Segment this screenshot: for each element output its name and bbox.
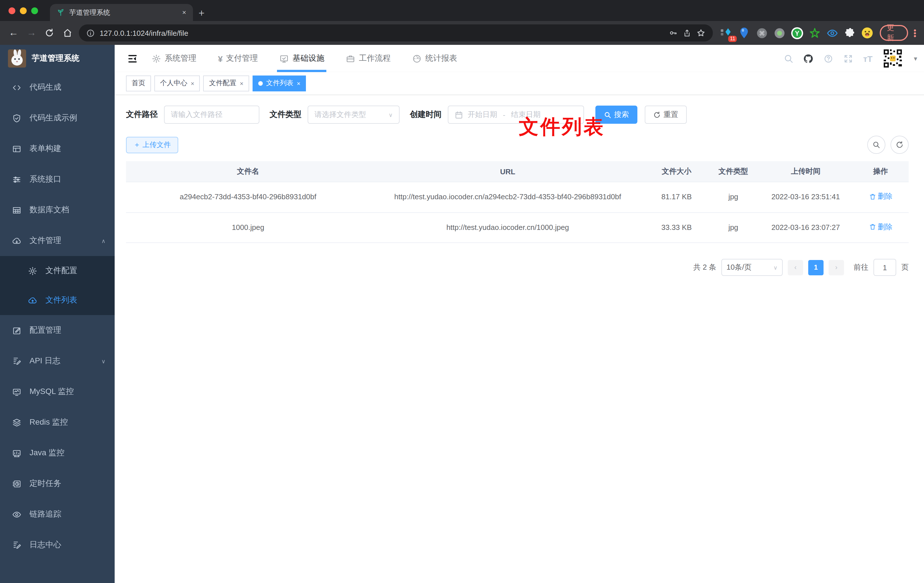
top-menu-3[interactable]: 工作流程 — [346, 45, 391, 72]
chevron-down-icon: ∨ — [388, 112, 393, 118]
font-size-icon[interactable]: ᴛT — [863, 54, 873, 63]
filter-form: 文件路径 请输入文件路径 文件类型 请选择文件类型 ∨ 创建时间 — [126, 106, 909, 124]
qr-avatar[interactable] — [883, 48, 903, 69]
home-icon[interactable] — [58, 24, 76, 42]
browser-menu-icon[interactable]: ••• — [911, 29, 919, 37]
sidebar-item-1[interactable]: 代码生成示例 — [0, 103, 115, 134]
table-header-row: 文件名URL文件大小文件类型上传时间操作 — [126, 161, 909, 182]
page-number-1[interactable]: 1 — [808, 260, 823, 275]
avatar-caret-icon[interactable]: ▼ — [912, 55, 918, 61]
info-icon[interactable] — [86, 29, 94, 37]
top-menu-1[interactable]: ¥支付管理 — [218, 45, 258, 72]
update-button[interactable]: 更新 — [880, 25, 908, 41]
sidebar-item-2[interactable]: 表单构建 — [0, 134, 115, 164]
dot-ext-icon[interactable] — [773, 26, 786, 40]
y-ext-icon[interactable]: Y — [790, 26, 804, 40]
sidebar-item-label: 系统接口 — [30, 174, 61, 185]
prev-page-button[interactable]: ‹ — [788, 260, 803, 275]
column-header-5: 操作 — [853, 161, 909, 182]
app-title: 芋道管理系统 — [32, 53, 79, 64]
close-window-button[interactable] — [8, 7, 15, 14]
gear-icon — [152, 54, 161, 63]
sidebar-item-15[interactable]: 日志中心 — [0, 530, 115, 560]
eye-ext-icon[interactable] — [825, 26, 839, 40]
star-ext-icon[interactable] — [808, 26, 822, 40]
key-icon[interactable] — [669, 28, 678, 38]
address-bar[interactable]: 127.0.0.1:1024/infra/file/file — [79, 25, 713, 41]
delete-button[interactable]: 删除 — [869, 221, 893, 233]
monitor-chart-icon — [12, 387, 21, 396]
minimize-window-button[interactable] — [20, 7, 27, 14]
sidebar-item-8[interactable]: 配置管理 — [0, 315, 115, 346]
close-tab-icon[interactable]: × — [182, 8, 186, 17]
close-tag-icon[interactable]: × — [191, 80, 195, 87]
url-text[interactable]: 127.0.0.1:1024/infra/file/file — [100, 29, 664, 37]
page-size-select[interactable]: 10条/页 ∨ — [721, 259, 783, 276]
reset-button[interactable]: 重置 — [645, 106, 687, 124]
back-icon[interactable]: ← — [5, 24, 22, 42]
app-logo-row[interactable]: 芋道管理系统 — [0, 45, 115, 72]
tag-1[interactable]: 个人中心× — [154, 75, 200, 91]
reload-icon[interactable] — [41, 24, 58, 42]
tag-2[interactable]: 文件配置× — [203, 75, 249, 91]
search-toggle-button[interactable] — [867, 135, 885, 154]
question-icon[interactable] — [823, 54, 833, 63]
top-menu-2[interactable]: 基础设施 — [279, 45, 324, 72]
table-icon — [12, 205, 21, 215]
sidebar-item-14[interactable]: 链路追踪 — [0, 499, 115, 530]
file-type-select[interactable]: 请选择文件类型 ∨ — [308, 106, 399, 124]
date-range-picker[interactable]: 开始日期 - 结束日期 — [448, 106, 584, 124]
sidebar-item-9[interactable]: API 日志∨ — [0, 346, 115, 377]
sidebar-item-0[interactable]: 代码生成 — [0, 72, 115, 103]
top-menu-4[interactable]: 统计报表 — [412, 45, 457, 72]
share-icon[interactable] — [683, 29, 691, 37]
upload-file-button[interactable]: ＋ 上传文件 — [126, 137, 178, 153]
active-dot — [258, 81, 263, 86]
file-path-input[interactable]: 请输入文件路径 — [164, 106, 259, 124]
cmd-ext-icon[interactable]: ⌘ — [755, 26, 769, 40]
sidebar-item-5[interactable]: 文件管理∧ — [0, 225, 115, 256]
github-icon[interactable] — [803, 53, 813, 64]
top-menu-0[interactable]: 系统管理 — [152, 45, 196, 72]
sidebar-item-7[interactable]: 文件列表 — [0, 286, 115, 315]
extension-badge: 11 — [728, 36, 737, 42]
close-tag-icon[interactable]: × — [297, 80, 300, 87]
forward-icon[interactable]: → — [22, 24, 40, 42]
menu-fold-icon[interactable] — [127, 53, 138, 64]
search-icon[interactable] — [783, 54, 794, 63]
table-row-1: 1000.jpeghttp://test.yudao.iocoder.cn/10… — [126, 212, 909, 243]
search-button[interactable]: 搜索 — [596, 106, 637, 124]
sidebar-item-label: 数据库文档 — [30, 205, 69, 215]
star-icon[interactable] — [697, 28, 706, 38]
emoji-ext-icon[interactable] — [861, 26, 874, 40]
calendar-icon — [455, 111, 463, 119]
new-tab-button[interactable]: ＋ — [193, 4, 210, 21]
delete-button[interactable]: 删除 — [869, 190, 893, 203]
diamond-ext-icon[interactable]: 11 — [720, 26, 734, 40]
next-page-button[interactable]: › — [829, 260, 844, 275]
zoom-window-button[interactable] — [31, 7, 38, 14]
tag-0[interactable]: 首页 — [126, 75, 151, 91]
sidebar-item-6[interactable]: 文件配置 — [0, 256, 115, 286]
code-icon — [12, 83, 21, 92]
close-tag-icon[interactable]: × — [240, 80, 244, 87]
sidebar: 芋道管理系统 代码生成代码生成示例表单构建系统接口数据库文档文件管理∧文件配置文… — [0, 45, 115, 583]
sidebar-item-4[interactable]: 数据库文档 — [0, 195, 115, 225]
file-type-label: 文件类型 — [270, 109, 301, 120]
browser-tab[interactable]: 芋道管理系统 × — [50, 4, 193, 21]
screen: 芋道管理系统 × ＋ ← → 127.0.0.1:1024/infra/file… — [0, 0, 924, 583]
sidebar-item-11[interactable]: Redis 监控 — [0, 407, 115, 438]
balloon-ext-icon[interactable] — [738, 26, 751, 40]
doc-edit-icon — [12, 540, 21, 550]
sidebar-item-12[interactable]: Java 监控 — [0, 438, 115, 468]
fullscreen-icon[interactable] — [843, 54, 853, 63]
puzzle-ext-icon[interactable] — [843, 26, 857, 40]
tag-3[interactable]: 文件列表× — [252, 75, 306, 91]
main-area: 系统管理¥支付管理基础设施工作流程统计报表 ᴛT▼ 首页个人中心×文件配置×文件… — [115, 45, 924, 583]
refresh-table-button[interactable] — [891, 135, 909, 154]
sidebar-item-3[interactable]: 系统接口 — [0, 164, 115, 195]
goto-page-input[interactable]: 1 — [873, 259, 896, 276]
sidebar-item-13[interactable]: 定时任务 — [0, 468, 115, 499]
sidebar-item-10[interactable]: MySQL 监控 — [0, 377, 115, 407]
sidebar-menu: 代码生成代码生成示例表单构建系统接口数据库文档文件管理∧文件配置文件列表配置管理… — [0, 72, 115, 560]
